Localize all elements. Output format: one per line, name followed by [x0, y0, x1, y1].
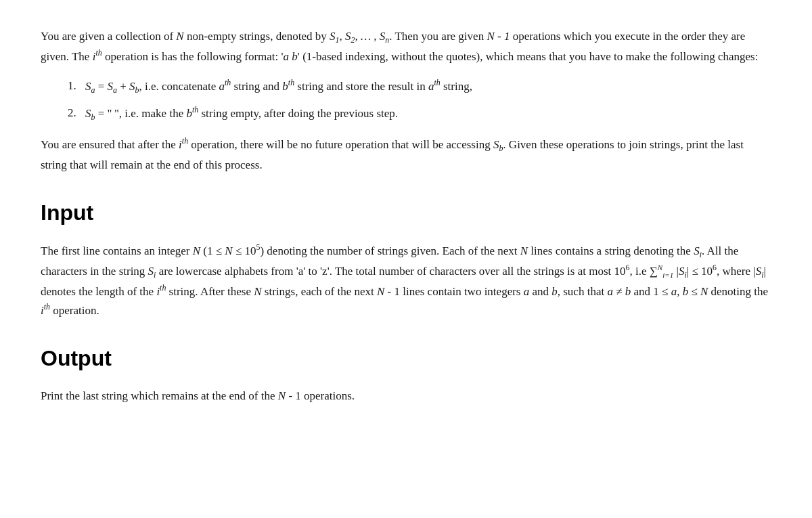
operation-1-number: 1.	[68, 77, 81, 95]
output-section: Output Print the last string which remai…	[41, 341, 771, 405]
output-title: Output	[41, 341, 771, 376]
intro-paragraph-1: You are given a collection of N non-empt…	[41, 27, 771, 66]
problem-statement: You are given a collection of N non-empt…	[41, 27, 771, 405]
operation-2-content: Sb = " ", i.e. make the bth string empty…	[85, 104, 771, 124]
math-N: N	[176, 30, 183, 43]
math-S1: S1, S2, … , Sn	[330, 30, 389, 43]
operations-list: 1. Sa = Sa + Sb, i.e. concatenate ath st…	[68, 77, 771, 124]
operation-1: 1. Sa = Sa + Sb, i.e. concatenate ath st…	[68, 77, 771, 97]
operation-1-content: Sa = Sa + Sb, i.e. concatenate ath strin…	[85, 77, 771, 97]
input-body: The first line contains an integer N (1 …	[41, 241, 771, 320]
operation-2: 2. Sb = " ", i.e. make the bth string em…	[68, 104, 771, 124]
output-body: Print the last string which remains at t…	[41, 387, 771, 405]
math-N-1: N - 1	[487, 30, 510, 43]
input-section: Input The first line contains an integer…	[41, 196, 771, 320]
operation-2-number: 2.	[68, 104, 81, 122]
input-title: Input	[41, 196, 771, 230]
math-ith: ith	[93, 50, 102, 63]
intro-paragraph-2: You are ensured that after the ith opera…	[41, 135, 771, 173]
